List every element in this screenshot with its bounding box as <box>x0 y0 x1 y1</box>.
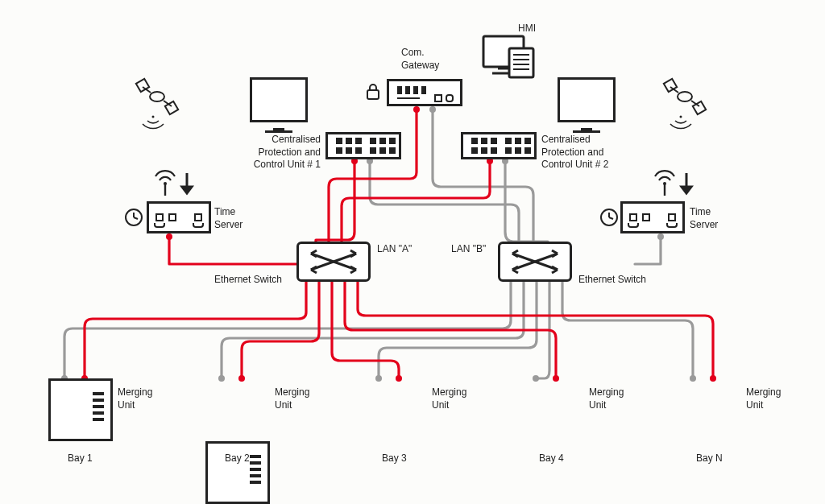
label-lan-a: LAN "A" <box>377 243 412 256</box>
cpc2-monitor-icon <box>558 77 616 133</box>
svg-point-15 <box>657 233 664 240</box>
time-server-left <box>147 201 211 233</box>
label-time-server-l: Time Server <box>214 206 243 231</box>
label-hmi: HMI <box>518 23 536 35</box>
satellite-icon <box>136 79 178 129</box>
satellite-icon <box>664 79 706 129</box>
label-com-gateway: Com. Gateway <box>401 47 439 72</box>
label-bay2: Bay 2 <box>225 452 250 465</box>
svg-point-28 <box>553 375 559 382</box>
svg-point-26 <box>238 375 245 382</box>
svg-rect-35 <box>509 48 533 77</box>
hmi-icon <box>483 36 533 77</box>
label-time-server-r: Time Server <box>690 206 718 231</box>
label-cpc2: Centralised Protection and Control Unit … <box>541 134 608 171</box>
label-bayN: Bay N <box>696 452 723 465</box>
svg-point-20 <box>690 375 696 382</box>
cpc-unit-1 <box>325 132 401 159</box>
label-mu-n: Merging Unit <box>746 386 781 411</box>
label-eth-switch-r: Ethernet Switch <box>578 274 646 287</box>
down-arrow-icon <box>182 173 691 193</box>
svg-point-21 <box>413 106 420 113</box>
ethernet-switch-b <box>498 242 572 282</box>
antenna-icon <box>155 171 175 196</box>
com-gateway <box>387 79 462 106</box>
clock-icon <box>601 209 617 225</box>
time-server-right <box>620 201 685 233</box>
merging-unit-bay1 <box>48 378 113 441</box>
svg-point-24 <box>166 233 172 240</box>
label-mu-4: Merging Unit <box>589 386 624 411</box>
cpc1-monitor-icon <box>250 77 308 133</box>
svg-point-19 <box>533 375 539 382</box>
label-cpc1: Centralised Protection and Control Unit … <box>212 134 321 171</box>
label-bay1: Bay 1 <box>68 452 93 465</box>
label-mu-1: Merging Unit <box>118 386 152 411</box>
svg-rect-32 <box>483 36 524 67</box>
label-mu-2: Merging Unit <box>275 386 309 411</box>
label-eth-switch-l: Ethernet Switch <box>214 274 282 287</box>
label-mu-3: Merging Unit <box>432 386 466 411</box>
label-bay3: Bay 3 <box>382 452 407 465</box>
label-lan-b: LAN "B" <box>451 243 486 256</box>
svg-point-18 <box>375 375 382 382</box>
svg-point-27 <box>396 375 402 382</box>
lock-icon <box>367 85 379 99</box>
merging-unit-bay2 <box>205 441 270 504</box>
label-bay4: Bay 4 <box>539 452 564 465</box>
svg-point-12 <box>429 106 436 113</box>
ethernet-switch-a <box>296 242 371 282</box>
svg-point-29 <box>710 375 716 382</box>
svg-point-17 <box>218 375 225 382</box>
cpc-unit-2 <box>461 132 537 159</box>
clock-icon <box>126 209 142 225</box>
antenna-icon <box>655 171 674 196</box>
